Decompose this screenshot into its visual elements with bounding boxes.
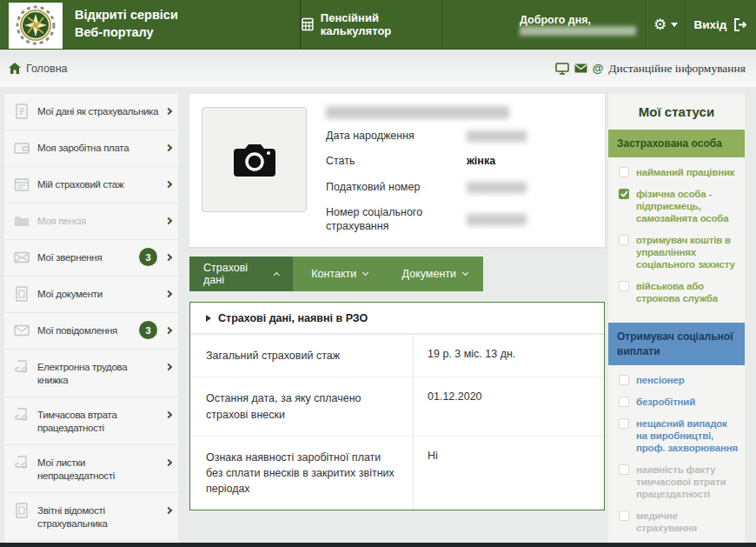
profile-row: Номер соціального страхування ██████████ <box>326 205 593 234</box>
pension-calculator-label: Пенсійний калькулятор <box>321 11 442 37</box>
sidebar-item-label: Тимчасова втрата працездатності <box>37 407 159 435</box>
sidebar-item-documents[interactable]: Мої документи <box>4 277 178 313</box>
chevron-right-icon <box>165 108 172 115</box>
status-social-protection-funds[interactable]: отримувач коштів в управліннях соціально… <box>619 234 739 270</box>
logout-button[interactable]: Вихід <box>685 0 756 49</box>
user-greeting: Доброго дня, ██████████████████████ <box>442 0 646 49</box>
checkbox-unchecked[interactable] <box>619 375 629 385</box>
envelope-icon <box>13 249 30 266</box>
table-row: Загальний страховий стаж 19 р. 3 міс. 13… <box>190 334 604 377</box>
checkbox-unchecked[interactable] <box>619 167 629 177</box>
wallet-icon <box>13 139 30 157</box>
checkbox-unchecked[interactable] <box>619 281 629 291</box>
tax-number-redacted: ██████████ <box>467 182 593 192</box>
sidebar-item-label: Електронна трудова книжка <box>37 359 159 387</box>
insurance-panel-title: Страхові дані, наявні в РЗО <box>218 312 368 324</box>
pension-calculator-link[interactable]: Пенсійний калькулятор <box>301 0 442 49</box>
sidebar-item-my-sick-notes[interactable]: Мої листки непрацездатності <box>4 445 178 493</box>
main-navigation: Мої дані як страхувальника Моя заробітна… <box>4 94 178 543</box>
breadcrumb-home-link[interactable]: Головна <box>9 63 68 75</box>
document-icon <box>13 502 30 519</box>
sidebar-item-insurance-record[interactable]: Мій страховий стаж <box>4 167 178 203</box>
total-insurance-record-value: 19 р. 3 міс. 13 дн. <box>413 335 604 377</box>
photo-placeholder[interactable] <box>202 107 307 212</box>
camera-icon <box>232 142 277 178</box>
status-pensioner[interactable]: пенсіонер <box>619 374 739 386</box>
field-label: Стать <box>326 154 456 168</box>
status-work-accident[interactable]: нещасний випадок на виробництві, проф. з… <box>619 417 739 454</box>
folder-icon <box>13 212 30 230</box>
chevron-right-icon <box>165 327 172 334</box>
scroll-icon <box>13 358 30 376</box>
sidebar-item-salary[interactable]: Моя заробітна плата <box>4 130 178 167</box>
last-contribution-date-value: 01.12.2020 <box>413 377 604 435</box>
profile-row: Податковий номер ██████████ <box>326 180 593 194</box>
tab-label: Контакти <box>311 268 356 280</box>
pfu-logo[interactable] <box>9 3 63 49</box>
tab-label: Страхові дані <box>203 262 268 286</box>
checkbox-unchecked[interactable] <box>619 510 629 521</box>
insurance-data-panel: Страхові дані, наявні в РЗО Загальний ст… <box>189 302 605 510</box>
field-label: Номер соціального страхування <box>326 205 456 234</box>
profile-fields: ████████████████████████████ Дата народж… <box>326 104 593 233</box>
status-temporary-disability-fact[interactable]: наявність факту тимчасової втрати працез… <box>619 464 739 500</box>
content-tabs: Страхові дані Контакти Документи <box>189 257 483 291</box>
portal-title-line2: Веб-порталу <box>75 24 178 42</box>
scroll-icon <box>13 406 30 424</box>
sidebar-item-insurer-reports[interactable]: Звітні відомості страхувальника <box>4 493 178 541</box>
breadcrumb-bar: Головна @ Дистанційне інформування <box>0 50 756 87</box>
chevron-right-icon <box>165 181 172 188</box>
chevron-down-icon <box>671 23 678 27</box>
sidebar-item-insurer-data[interactable]: Мої дані як страхувальника <box>4 94 178 130</box>
status-unemployed[interactable]: безробітний <box>619 396 739 408</box>
triangle-right-icon <box>206 315 211 322</box>
field-label: Дата народження <box>326 129 456 143</box>
insurance-panel-header[interactable]: Страхові дані, наявні в РЗО <box>190 303 604 334</box>
profile-row: Стать жінка <box>326 154 593 168</box>
sidebar-item-temporary-disability[interactable]: Тимчасова втрата працездатності <box>4 397 178 445</box>
status-medical-insurance[interactable]: медичне страхування <box>619 510 739 534</box>
user-name-redacted: ██████████████████████ <box>520 26 636 36</box>
checkbox-unchecked[interactable] <box>619 235 629 245</box>
remote-informing[interactable]: @ Дистанційне інформування <box>555 62 746 76</box>
status-list: пенсіонер безробітний нещасний випадок н… <box>608 365 745 543</box>
sidebar-item-label: Мої дані як страхувальника <box>37 103 159 118</box>
checkbox-unchecked[interactable] <box>619 418 629 429</box>
sidebar-item-label: Мої документи <box>37 286 159 301</box>
social-insurance-number-redacted: ██████████ <box>467 214 593 224</box>
sidebar-item-employment-book[interactable]: Електронна трудова книжка <box>4 350 178 397</box>
portal-title: Відкриті сервіси Веб-порталу <box>75 7 178 41</box>
person-name-redacted: ████████████████████████████ <box>326 106 593 118</box>
sidebar-item-label: Мої звернення <box>37 250 132 264</box>
sidebar-item-label: Моя заробітна плата <box>37 140 159 155</box>
status-hired-worker[interactable]: найманий працівник <box>619 166 739 178</box>
at-icon: @ <box>593 62 604 75</box>
status-military-service[interactable]: військова або строкова служба <box>619 280 739 304</box>
tab-documents[interactable]: Документи <box>387 257 483 291</box>
settings-menu-button[interactable]: ⚙ <box>646 0 685 49</box>
checkbox-unchecked[interactable] <box>619 397 629 407</box>
checkbox-unchecked[interactable] <box>619 464 629 475</box>
status-self-employed[interactable]: фізична особа - підприємець, самозайнята… <box>619 188 739 224</box>
greeting-text: Доброго дня, <box>520 14 591 26</box>
sidebar-item-pension[interactable]: Моя пенсія <box>4 203 178 240</box>
footer-strip <box>0 543 756 547</box>
sidebar-item-messages[interactable]: Мої повідомлення 3 <box>4 313 178 350</box>
chevron-right-icon <box>165 459 172 466</box>
document-icon <box>13 285 30 303</box>
chevron-down-icon <box>462 270 468 276</box>
breadcrumb-home-label: Головна <box>26 63 68 75</box>
row-label: Ознака наявності заробітної плати без сп… <box>190 437 413 510</box>
tab-insurance-data[interactable]: Страхові дані <box>189 257 293 291</box>
tab-contacts[interactable]: Контакти <box>293 257 387 291</box>
pfu-emblem-icon <box>15 4 56 46</box>
checkbox-checked[interactable] <box>619 189 629 199</box>
chevron-right-icon <box>165 217 172 224</box>
envelope-open-icon <box>13 322 30 339</box>
sidebar-item-label: Мої листки непрацездатності <box>37 455 159 483</box>
gear-icon: ⚙ <box>653 16 666 33</box>
chevron-down-icon <box>362 270 368 276</box>
table-row: Ознака наявності заробітної плати без сп… <box>190 436 604 510</box>
sidebar-item-appeals[interactable]: Мої звернення 3 <box>4 240 178 277</box>
logout-icon <box>733 18 747 31</box>
